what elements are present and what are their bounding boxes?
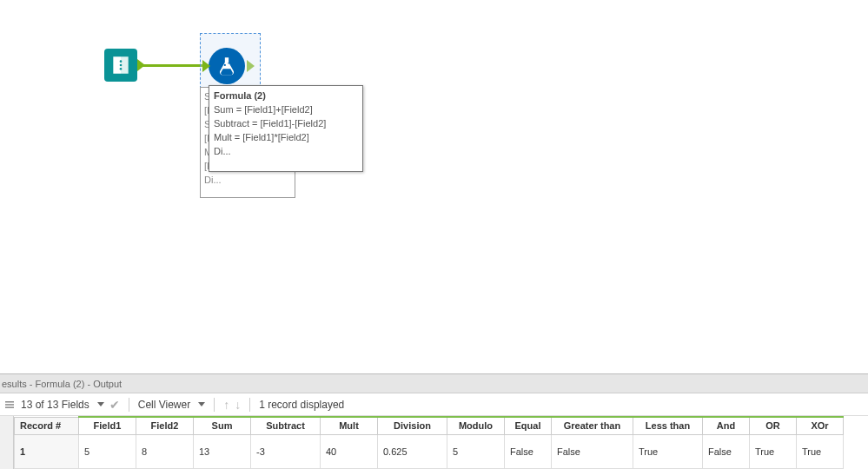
cell-viewer-dropdown[interactable]: Cell Viewer xyxy=(138,399,205,411)
column-header[interactable]: Field1 xyxy=(79,417,136,434)
cell[interactable]: 5 xyxy=(79,434,136,469)
cell[interactable]: 13 xyxy=(194,434,251,469)
svg-point-3 xyxy=(224,64,226,66)
book-icon xyxy=(109,54,132,76)
fields-dropdown[interactable]: 13 of 13 Fields xyxy=(21,399,104,411)
separator xyxy=(214,398,215,412)
cell[interactable]: False xyxy=(703,434,750,469)
svg-point-2 xyxy=(120,68,123,70)
svg-point-4 xyxy=(228,63,229,64)
output-anchor-icon[interactable] xyxy=(247,60,255,72)
cell-record[interactable]: 1 xyxy=(15,434,79,469)
column-header[interactable]: Equal xyxy=(505,417,552,434)
svg-rect-5 xyxy=(5,401,14,403)
column-header[interactable]: XOr xyxy=(797,417,844,434)
separator xyxy=(129,398,129,412)
tooltip-line: Mult = [Field1]*[Field2] xyxy=(214,130,358,144)
cell[interactable]: True xyxy=(797,434,844,469)
flask-icon xyxy=(215,55,238,77)
cell[interactable]: 8 xyxy=(136,434,194,469)
column-header[interactable]: Record # xyxy=(15,417,79,434)
chevron-down-icon xyxy=(97,402,104,406)
arrow-down-icon[interactable]: ↓ xyxy=(235,398,241,412)
tool-tooltip: Formula (2) Sum = [Field1]+[Field2] Subt… xyxy=(209,85,363,172)
results-tab-title: esults - Formula (2) - Output xyxy=(2,379,122,389)
svg-point-1 xyxy=(120,64,123,67)
row-selector-gutter[interactable] xyxy=(0,416,14,469)
tooltip-line: Subtract = [Field1]-[Field2] xyxy=(214,116,358,130)
table-header-row: Record # Field1 Field2 Sum Subtract Mult… xyxy=(15,417,844,434)
cell[interactable]: 0.625 xyxy=(378,434,447,469)
table-row[interactable]: 1 5 8 13 -3 40 0.625 5 False False True … xyxy=(15,434,844,469)
records-count-label: 1 record displayed xyxy=(259,399,344,411)
column-header[interactable]: Sum xyxy=(194,417,251,434)
results-table[interactable]: Record # Field1 Field2 Sum Subtract Mult… xyxy=(14,416,844,469)
cell[interactable]: False xyxy=(552,434,633,469)
cell-viewer-label: Cell Viewer xyxy=(138,399,190,411)
tooltip-title: Formula (2) xyxy=(214,89,358,102)
cell[interactable]: 40 xyxy=(321,434,378,469)
fields-dropdown-label: 13 of 13 Fields xyxy=(21,399,89,411)
results-toolbar: 13 of 13 Fields ✔ Cell Viewer ↑ ↓ 1 reco… xyxy=(0,393,868,416)
node-input-data[interactable] xyxy=(104,49,137,82)
check-icon[interactable]: ✔ xyxy=(109,398,120,412)
separator xyxy=(249,398,250,412)
connection-line[interactable] xyxy=(137,64,207,67)
results-panel: esults - Formula (2) - Output 13 of 13 F… xyxy=(0,373,868,469)
cell[interactable]: -3 xyxy=(251,434,321,469)
cell[interactable]: False xyxy=(505,434,552,469)
results-tabbar: esults - Formula (2) - Output xyxy=(0,374,868,393)
column-header[interactable]: Greater than xyxy=(552,417,633,434)
cell[interactable]: True xyxy=(750,434,797,469)
column-header[interactable]: Less than xyxy=(633,417,703,434)
workflow-canvas[interactable]: S [I S [I M [Field2] Di... Formula (2) S… xyxy=(0,0,868,373)
column-header[interactable]: And xyxy=(703,417,750,434)
column-header[interactable]: OR xyxy=(750,417,797,434)
tooltip-line: Di... xyxy=(214,144,358,158)
column-header[interactable]: Subtract xyxy=(251,417,321,434)
cell[interactable]: 5 xyxy=(447,434,505,469)
menu-icon[interactable] xyxy=(3,399,16,411)
input-anchor-icon[interactable] xyxy=(202,60,210,72)
cell[interactable]: True xyxy=(633,434,703,469)
column-header[interactable]: Division xyxy=(378,417,447,434)
svg-rect-6 xyxy=(5,404,14,406)
column-header[interactable]: Modulo xyxy=(447,417,505,434)
arrow-up-icon[interactable]: ↑ xyxy=(223,398,229,412)
column-header[interactable]: Mult xyxy=(321,417,378,434)
svg-point-0 xyxy=(120,60,123,63)
tooltip-line: Sum = [Field1]+[Field2] xyxy=(214,102,358,116)
chevron-down-icon xyxy=(198,402,205,406)
svg-rect-7 xyxy=(5,406,14,408)
annotation-line: Di... xyxy=(204,173,291,187)
column-header[interactable]: Field2 xyxy=(136,417,194,434)
node-formula[interactable] xyxy=(209,48,245,84)
